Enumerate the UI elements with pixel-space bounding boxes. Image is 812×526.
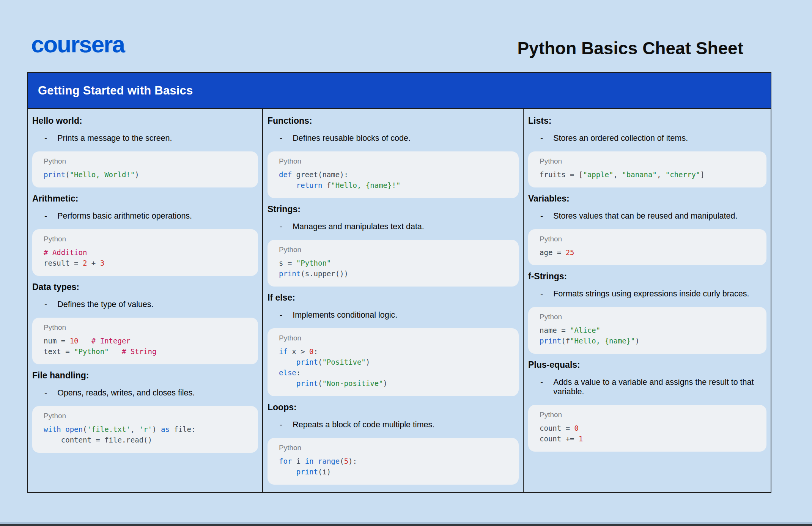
bullet-dash: - — [280, 134, 282, 143]
bullet-dash: - — [280, 222, 282, 232]
code-language-label: Python — [44, 411, 250, 420]
code-snippet: s = "Python"print(s.upper()) — [279, 258, 510, 279]
code-snippet: with open('file.txt', 'r') as file: cont… — [44, 424, 250, 445]
page-header: coursera Python Basics Cheat Sheet — [0, 0, 812, 57]
section-strings: Strings: - Manages and manipulates text … — [267, 204, 519, 287]
section-bullet: - Manages and manipulates text data. — [280, 222, 519, 232]
code-language-label: Python — [540, 157, 758, 166]
bullet-text: Prints a message to the screen. — [57, 134, 172, 143]
section-if-else: If else: - Implements conditional logic.… — [267, 293, 519, 396]
page-title: Python Basics Cheat Sheet — [517, 39, 743, 57]
sheet-section-header: Getting Started with Basics — [28, 73, 771, 109]
section-bullet: - Defines the type of values. — [44, 300, 259, 309]
bullet-dash: - — [540, 378, 543, 397]
sheet-section-title: Getting Started with Basics — [38, 84, 193, 98]
section-f-strings: f-Strings: - Formats strings using expre… — [527, 271, 767, 354]
code-language-label: Python — [44, 157, 250, 166]
section-heading: Hello world: — [32, 116, 259, 126]
bullet-dash: - — [540, 134, 543, 143]
section-heading: Arithmetic: — [32, 194, 259, 204]
section-heading: Functions: — [268, 116, 519, 126]
code-language-label: Python — [44, 235, 250, 244]
code-language-label: Python — [540, 312, 758, 321]
bullet-text: Stores an ordered collection of items. — [553, 134, 688, 143]
section-hello-world: Hello world: - Prints a message to the s… — [31, 116, 259, 187]
code-card: Python count = 0count += 1 — [528, 405, 766, 452]
section-heading: Lists: — [528, 116, 767, 126]
code-language-label: Python — [540, 410, 758, 419]
window-bottom-edge — [0, 522, 812, 526]
section-bullet: - Stores values that can be reused and m… — [540, 211, 767, 221]
code-snippet: print("Hello, World!") — [44, 169, 250, 180]
section-bullet: - Opens, reads, writes, and closes files… — [44, 388, 259, 398]
section-functions: Functions: - Defines reusable blocks of … — [267, 116, 519, 198]
bullet-text: Manages and manipulates text data. — [293, 222, 424, 232]
code-language-label: Python — [279, 157, 510, 166]
section-bullet: - Implements conditional logic. — [280, 310, 519, 320]
column-1: Hello world: - Prints a message to the s… — [28, 109, 263, 492]
section-bullet: - Prints a message to the screen. — [44, 134, 259, 143]
section-heading: Data types: — [32, 282, 259, 292]
section-data-types: Data types: - Defines the type of values… — [31, 282, 259, 364]
section-lists: Lists: - Stores an ordered collection of… — [527, 116, 767, 187]
code-card: Python for i in range(5): print(i) — [268, 438, 519, 485]
code-card: Python print("Hello, World!") — [32, 151, 258, 187]
code-snippet: count = 0count += 1 — [540, 423, 758, 444]
code-snippet: age = 25 — [540, 247, 758, 258]
section-bullet: - Adds a value to a variable and assigns… — [540, 378, 767, 397]
coursera-logo: coursera — [31, 33, 124, 56]
code-snippet: num = 10 # Integertext = "Python" # Stri… — [44, 335, 250, 357]
section-plus-equals: Plus-equals: - Adds a value to a variabl… — [527, 360, 767, 452]
section-heading: Variables: — [528, 194, 767, 204]
code-snippet: fruits = ["apple", "banana", "cherry"] — [540, 169, 758, 180]
section-heading: If else: — [268, 293, 519, 303]
section-bullet: - Defines reusable blocks of code. — [280, 134, 519, 143]
section-arithmetic: Arithmetic: - Performs basic arithmetic … — [31, 194, 259, 276]
bullet-text: Adds a value to a variable and assigns t… — [553, 378, 767, 397]
section-heading: Plus-equals: — [528, 360, 767, 370]
code-card: Python # Additionresult = 2 + 3 — [32, 229, 258, 276]
section-bullet: - Performs basic arithmetic operations. — [44, 211, 259, 221]
bullet-dash: - — [44, 300, 47, 309]
bullet-text: Defines reusable blocks of code. — [293, 134, 411, 143]
code-card: Python fruits = ["apple", "banana", "che… — [528, 151, 766, 187]
code-card: Python def greet(name): return f"Hello, … — [268, 151, 519, 198]
bullet-dash: - — [540, 289, 543, 299]
code-snippet: for i in range(5): print(i) — [279, 456, 510, 477]
section-heading: f-Strings: — [528, 271, 767, 282]
bullet-dash: - — [280, 420, 282, 430]
code-snippet: name = "Alice"print(f"Hello, {name}") — [540, 325, 758, 346]
bullet-text: Formats strings using expressions inside… — [553, 289, 749, 299]
bullet-text: Repeats a block of code multiple times. — [293, 420, 434, 430]
section-bullet: - Repeats a block of code multiple times… — [280, 420, 519, 430]
bullet-dash: - — [540, 211, 543, 221]
code-language-label: Python — [279, 245, 510, 254]
bullet-text: Performs basic arithmetic operations. — [57, 211, 192, 221]
sheet-body: Hello world: - Prints a message to the s… — [28, 109, 771, 492]
code-language-label: Python — [279, 443, 510, 452]
section-bullet: - Stores an ordered collection of items. — [540, 134, 767, 143]
code-snippet: # Additionresult = 2 + 3 — [44, 247, 250, 268]
code-card: Python num = 10 # Integertext = "Python"… — [32, 318, 258, 364]
code-snippet: if x > 0: print("Positive")else: print("… — [279, 346, 510, 389]
section-heading: Strings: — [268, 204, 519, 214]
code-language-label: Python — [279, 334, 510, 343]
section-loops: Loops: - Repeats a block of code multipl… — [267, 402, 519, 485]
section-heading: File handling: — [32, 370, 259, 381]
section-file-handling: File handling: - Opens, reads, writes, a… — [31, 370, 259, 453]
section-variables: Variables: - Stores values that can be r… — [527, 194, 767, 265]
code-language-label: Python — [44, 323, 250, 332]
cheat-sheet-table: Getting Started with Basics Hello world:… — [27, 72, 771, 493]
code-card: Python age = 25 — [528, 229, 766, 265]
section-bullet: - Formats strings using expressions insi… — [540, 289, 767, 299]
bullet-dash: - — [44, 134, 47, 143]
bullet-text: Opens, reads, writes, and closes files. — [57, 388, 195, 398]
section-heading: Loops: — [268, 402, 519, 413]
code-language-label: Python — [540, 235, 758, 244]
bullet-dash: - — [280, 310, 282, 320]
code-card: Python if x > 0: print("Positive")else: … — [268, 328, 519, 396]
column-2: Functions: - Defines reusable blocks of … — [263, 109, 524, 492]
bullet-text: Implements conditional logic. — [293, 310, 397, 320]
column-3: Lists: - Stores an ordered collection of… — [524, 109, 771, 492]
code-card: Python s = "Python"print(s.upper()) — [268, 240, 519, 287]
